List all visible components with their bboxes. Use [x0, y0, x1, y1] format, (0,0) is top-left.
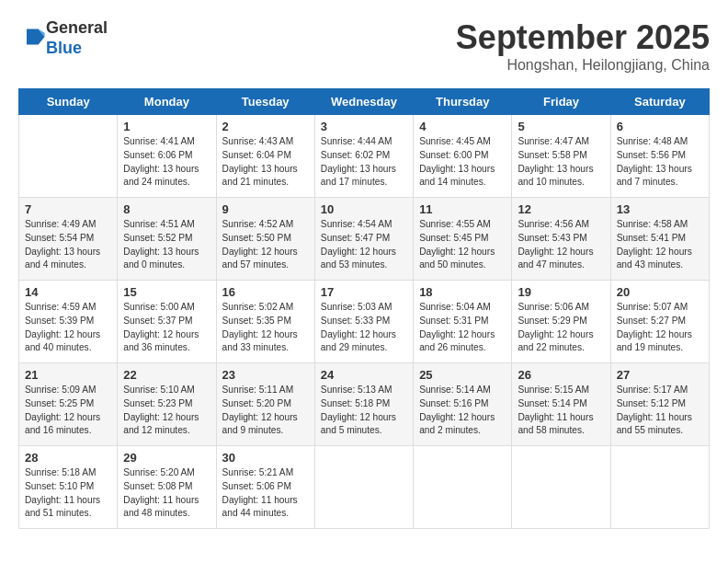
day-number: 8: [123, 202, 210, 216]
day-number: 29: [123, 451, 210, 465]
day-info: Sunrise: 5:14 AM Sunset: 5:16 PM Dayligh…: [419, 384, 506, 438]
day-info: Sunrise: 5:17 AM Sunset: 5:12 PM Dayligh…: [617, 384, 704, 438]
day-number: 2: [222, 120, 310, 133]
calendar-cell: 21Sunrise: 5:09 AM Sunset: 5:25 PM Dayli…: [19, 363, 118, 446]
day-number: 12: [518, 202, 605, 216]
day-number: 28: [25, 451, 112, 465]
col-header-wednesday: Wednesday: [314, 89, 413, 115]
calendar-cell: 12Sunrise: 4:56 AM Sunset: 5:43 PM Dayli…: [512, 198, 610, 281]
title-block: September 2025 Hongshan, Heilongjiang, C…: [456, 18, 710, 74]
day-info: Sunrise: 5:21 AM Sunset: 5:06 PM Dayligh…: [222, 466, 310, 521]
day-info: Sunrise: 5:09 AM Sunset: 5:25 PM Dayligh…: [25, 384, 112, 438]
day-number: 27: [617, 368, 704, 382]
calendar-cell: 24Sunrise: 5:13 AM Sunset: 5:18 PM Dayli…: [314, 363, 413, 446]
logo: General Blue: [18, 18, 108, 58]
day-info: Sunrise: 5:04 AM Sunset: 5:31 PM Dayligh…: [419, 301, 506, 355]
calendar-cell: 13Sunrise: 4:58 AM Sunset: 5:41 PM Dayli…: [610, 198, 709, 281]
day-number: 20: [617, 285, 704, 299]
day-number: 18: [419, 285, 506, 299]
day-info: Sunrise: 4:45 AM Sunset: 6:00 PM Dayligh…: [419, 135, 506, 190]
day-number: 23: [222, 368, 310, 382]
day-number: 21: [25, 368, 112, 382]
calendar-cell: 25Sunrise: 5:14 AM Sunset: 5:16 PM Dayli…: [414, 363, 512, 446]
calendar-cell: [610, 446, 709, 529]
day-info: Sunrise: 4:52 AM Sunset: 5:50 PM Dayligh…: [222, 218, 310, 272]
col-header-monday: Monday: [118, 89, 216, 115]
calendar-cell: 7Sunrise: 4:49 AM Sunset: 5:54 PM Daylig…: [19, 198, 118, 281]
day-number: 17: [321, 285, 408, 299]
day-info: Sunrise: 4:48 AM Sunset: 5:56 PM Dayligh…: [617, 135, 704, 190]
calendar-cell: 17Sunrise: 5:03 AM Sunset: 5:33 PM Dayli…: [314, 281, 413, 363]
day-info: Sunrise: 4:56 AM Sunset: 5:43 PM Dayligh…: [518, 218, 605, 272]
calendar-cell: 26Sunrise: 5:15 AM Sunset: 5:14 PM Dayli…: [512, 363, 610, 446]
calendar-cell: 27Sunrise: 5:17 AM Sunset: 5:12 PM Dayli…: [610, 363, 709, 446]
location-subtitle: Hongshan, Heilongjiang, China: [456, 57, 710, 74]
day-info: Sunrise: 4:47 AM Sunset: 5:58 PM Dayligh…: [518, 135, 605, 190]
day-number: 22: [123, 368, 210, 382]
calendar-cell: [19, 115, 118, 198]
day-info: Sunrise: 4:54 AM Sunset: 5:47 PM Dayligh…: [321, 218, 408, 272]
col-header-thursday: Thursday: [414, 89, 512, 115]
logo-blue: Blue: [46, 39, 108, 59]
calendar-cell: 23Sunrise: 5:11 AM Sunset: 5:20 PM Dayli…: [216, 363, 314, 446]
day-number: 1: [123, 120, 210, 133]
page-header: General Blue September 2025 Hongshan, He…: [18, 18, 710, 74]
calendar-cell: 8Sunrise: 4:51 AM Sunset: 5:52 PM Daylig…: [118, 198, 216, 281]
calendar-cell: 15Sunrise: 5:00 AM Sunset: 5:37 PM Dayli…: [118, 281, 216, 363]
day-info: Sunrise: 5:10 AM Sunset: 5:23 PM Dayligh…: [123, 384, 210, 438]
day-info: Sunrise: 4:43 AM Sunset: 6:04 PM Dayligh…: [222, 135, 310, 190]
day-info: Sunrise: 4:51 AM Sunset: 5:52 PM Dayligh…: [123, 218, 210, 272]
day-info: Sunrise: 4:41 AM Sunset: 6:06 PM Dayligh…: [123, 135, 210, 190]
day-number: 10: [321, 202, 408, 216]
day-info: Sunrise: 4:55 AM Sunset: 5:45 PM Dayligh…: [419, 218, 506, 272]
day-number: 26: [518, 368, 605, 382]
calendar-cell: 1Sunrise: 4:41 AM Sunset: 6:06 PM Daylig…: [118, 115, 216, 198]
calendar-cell: 6Sunrise: 4:48 AM Sunset: 5:56 PM Daylig…: [610, 115, 709, 198]
calendar-table: SundayMondayTuesdayWednesdayThursdayFrid…: [18, 88, 710, 529]
col-header-tuesday: Tuesday: [216, 89, 314, 115]
day-info: Sunrise: 5:02 AM Sunset: 5:35 PM Dayligh…: [222, 301, 310, 355]
calendar-cell: 28Sunrise: 5:18 AM Sunset: 5:10 PM Dayli…: [19, 446, 118, 529]
calendar-cell: 5Sunrise: 4:47 AM Sunset: 5:58 PM Daylig…: [512, 115, 610, 198]
calendar-cell: 19Sunrise: 5:06 AM Sunset: 5:29 PM Dayli…: [512, 281, 610, 363]
calendar-cell: 2Sunrise: 4:43 AM Sunset: 6:04 PM Daylig…: [216, 115, 314, 198]
month-title: September 2025: [456, 18, 710, 57]
day-number: 4: [419, 120, 506, 133]
day-info: Sunrise: 5:13 AM Sunset: 5:18 PM Dayligh…: [321, 384, 408, 438]
day-number: 19: [518, 285, 605, 299]
day-info: Sunrise: 5:07 AM Sunset: 5:27 PM Dayligh…: [617, 301, 704, 355]
day-number: 6: [617, 120, 704, 133]
calendar-cell: 10Sunrise: 4:54 AM Sunset: 5:47 PM Dayli…: [314, 198, 413, 281]
col-header-saturday: Saturday: [610, 89, 709, 115]
calendar-cell: [314, 446, 413, 529]
day-info: Sunrise: 5:11 AM Sunset: 5:20 PM Dayligh…: [222, 384, 310, 438]
day-number: 7: [25, 202, 112, 216]
calendar-cell: 29Sunrise: 5:20 AM Sunset: 5:08 PM Dayli…: [118, 446, 216, 529]
day-number: 11: [419, 202, 506, 216]
col-header-friday: Friday: [512, 89, 610, 115]
day-info: Sunrise: 5:00 AM Sunset: 5:37 PM Dayligh…: [123, 301, 210, 355]
calendar-cell: 11Sunrise: 4:55 AM Sunset: 5:45 PM Dayli…: [414, 198, 512, 281]
day-number: 5: [518, 120, 605, 133]
calendar-cell: 4Sunrise: 4:45 AM Sunset: 6:00 PM Daylig…: [414, 115, 512, 198]
day-number: 30: [222, 451, 310, 465]
day-number: 25: [419, 368, 506, 382]
day-info: Sunrise: 4:44 AM Sunset: 6:02 PM Dayligh…: [321, 135, 408, 190]
day-number: 15: [123, 285, 210, 299]
day-number: 14: [25, 285, 112, 299]
day-info: Sunrise: 5:20 AM Sunset: 5:08 PM Dayligh…: [123, 466, 210, 521]
day-info: Sunrise: 5:03 AM Sunset: 5:33 PM Dayligh…: [321, 301, 408, 355]
logo-icon: [20, 24, 46, 50]
day-number: 9: [222, 202, 310, 216]
day-info: Sunrise: 5:15 AM Sunset: 5:14 PM Dayligh…: [518, 384, 605, 438]
day-number: 3: [321, 120, 408, 133]
calendar-cell: 18Sunrise: 5:04 AM Sunset: 5:31 PM Dayli…: [414, 281, 512, 363]
day-info: Sunrise: 4:58 AM Sunset: 5:41 PM Dayligh…: [617, 218, 704, 272]
day-number: 16: [222, 285, 310, 299]
logo-general: General: [46, 18, 108, 39]
calendar-cell: 3Sunrise: 4:44 AM Sunset: 6:02 PM Daylig…: [314, 115, 413, 198]
day-info: Sunrise: 4:49 AM Sunset: 5:54 PM Dayligh…: [25, 218, 112, 272]
col-header-sunday: Sunday: [19, 89, 118, 115]
day-number: 13: [617, 202, 704, 216]
calendar-cell: [512, 446, 610, 529]
